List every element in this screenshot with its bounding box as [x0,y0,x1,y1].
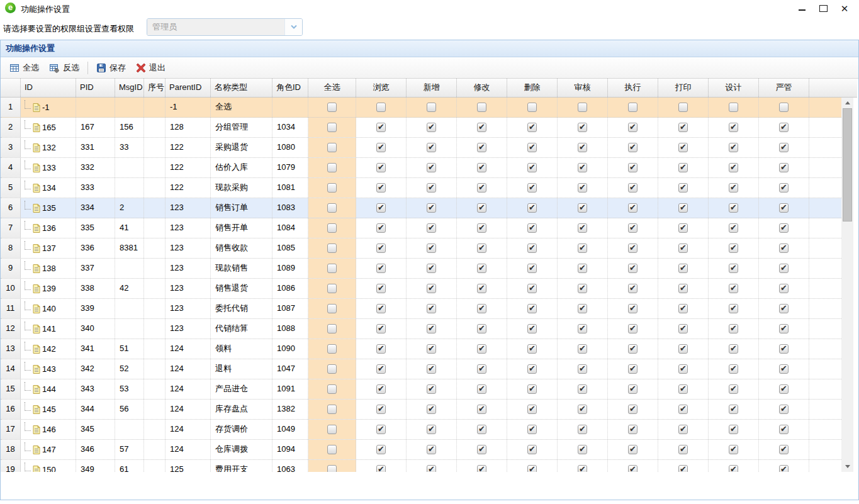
checkbox-print[interactable] [678,445,688,454]
checkbox-modify[interactable] [477,284,486,293]
column-header-pid[interactable]: PID [76,79,115,97]
checkbox-delete[interactable] [527,223,537,233]
checkbox-delete[interactable] [527,304,537,313]
checkbox-browse[interactable] [376,143,386,152]
column-header-modify[interactable]: 修改 [457,79,507,97]
table-row[interactable]: 1414334252124退料1047 [1,359,841,379]
checkbox-select_all[interactable] [327,344,337,354]
checkbox-modify[interactable] [477,183,486,193]
column-header-strict[interactable]: 严管 [759,79,809,97]
checkbox-delete[interactable] [527,264,537,273]
checkbox-execute[interactable] [628,123,637,132]
checkbox-audit[interactable] [578,405,587,414]
checkbox-strict[interactable] [779,384,789,394]
checkbox-audit[interactable] [578,445,587,454]
checkbox-print[interactable] [678,384,688,394]
checkbox-design[interactable] [729,223,738,233]
invert-select-button[interactable]: 反选 [44,60,84,76]
checkbox-modify[interactable] [477,143,486,152]
table-row[interactable]: 17146345124存货调价1049 [1,420,841,440]
checkbox-execute[interactable] [628,425,637,434]
checkbox-audit[interactable] [578,324,587,333]
checkbox-modify[interactable] [477,244,486,253]
checkbox-execute[interactable] [628,465,637,472]
checkbox-browse[interactable] [376,364,386,374]
checkbox-audit[interactable] [578,384,587,394]
checkbox-print[interactable] [678,324,688,333]
checkbox-modify[interactable] [477,344,486,354]
checkbox-add[interactable] [427,364,436,374]
checkbox-design[interactable] [729,405,738,414]
column-header-id[interactable]: ID [21,79,76,97]
checkbox-audit[interactable] [578,123,587,132]
checkbox-add[interactable] [427,324,436,333]
checkbox-execute[interactable] [628,304,637,313]
checkbox-add[interactable] [427,244,436,253]
checkbox-execute[interactable] [628,445,637,454]
checkbox-strict[interactable] [779,425,789,434]
checkbox-print[interactable] [678,123,688,132]
checkbox-select_all[interactable] [327,425,337,434]
checkbox-design[interactable] [729,103,738,112]
checkbox-execute[interactable] [628,203,637,213]
checkbox-design[interactable] [729,163,738,172]
scroll-up-button[interactable] [841,98,853,108]
checkbox-modify[interactable] [477,103,486,112]
checkbox-design[interactable] [729,123,738,132]
checkbox-delete[interactable] [527,445,537,454]
checkbox-execute[interactable] [628,405,637,414]
checkbox-print[interactable] [678,425,688,434]
checkbox-audit[interactable] [578,344,587,354]
checkbox-print[interactable] [678,203,688,213]
table-row[interactable]: 5134333122现款采购1081 [1,178,841,198]
checkbox-select_all[interactable] [327,264,337,273]
checkbox-browse[interactable] [376,244,386,253]
checkbox-strict[interactable] [779,465,789,472]
maximize-button[interactable] [812,1,834,16]
checkbox-delete[interactable] [527,183,537,193]
checkbox-design[interactable] [729,324,738,333]
checkbox-execute[interactable] [628,324,637,333]
checkbox-execute[interactable] [628,143,637,152]
checkbox-audit[interactable] [578,223,587,233]
checkbox-modify[interactable] [477,203,486,213]
column-header-seq[interactable]: 序号 [144,79,166,97]
column-header-name[interactable]: 名称类型 [211,79,272,97]
checkbox-print[interactable] [678,465,688,472]
checkbox-design[interactable] [729,465,738,472]
checkbox-design[interactable] [729,384,738,394]
checkbox-execute[interactable] [628,163,637,172]
checkbox-audit[interactable] [578,143,587,152]
exit-button[interactable]: 退出 [131,60,171,76]
checkbox-delete[interactable] [527,284,537,293]
checkbox-browse[interactable] [376,324,386,333]
checkbox-execute[interactable] [628,183,637,193]
checkbox-delete[interactable] [527,163,537,172]
checkbox-browse[interactable] [376,344,386,354]
checkbox-add[interactable] [427,405,436,414]
table-row[interactable]: 9138337123现款销售1089 [1,259,841,279]
column-header-execute[interactable]: 执行 [608,79,658,97]
checkbox-select_all[interactable] [327,103,337,112]
column-header-browse[interactable]: 浏览 [356,79,407,97]
checkbox-print[interactable] [678,223,688,233]
checkbox-strict[interactable] [779,324,789,333]
checkbox-strict[interactable] [779,244,789,253]
checkbox-browse[interactable] [376,465,386,472]
checkbox-strict[interactable] [779,103,789,112]
combobox-value[interactable]: 管理员 [147,19,284,35]
scrollbar-thumb[interactable] [843,108,852,221]
checkbox-add[interactable] [427,264,436,273]
table-row[interactable]: 1514434353124产品进仓1091 [1,379,841,400]
checkbox-strict[interactable] [779,344,789,354]
checkbox-add[interactable] [427,223,436,233]
permission-group-combobox[interactable]: 管理员 [147,18,303,36]
checkbox-modify[interactable] [477,445,486,454]
table-row[interactable]: 1915034961125费用开支1063 [1,460,841,472]
checkbox-add[interactable] [427,103,436,112]
checkbox-delete[interactable] [527,324,537,333]
checkbox-design[interactable] [729,304,738,313]
checkbox-delete[interactable] [527,465,537,472]
checkbox-design[interactable] [729,143,738,152]
column-header-delete[interactable]: 删除 [507,79,558,97]
